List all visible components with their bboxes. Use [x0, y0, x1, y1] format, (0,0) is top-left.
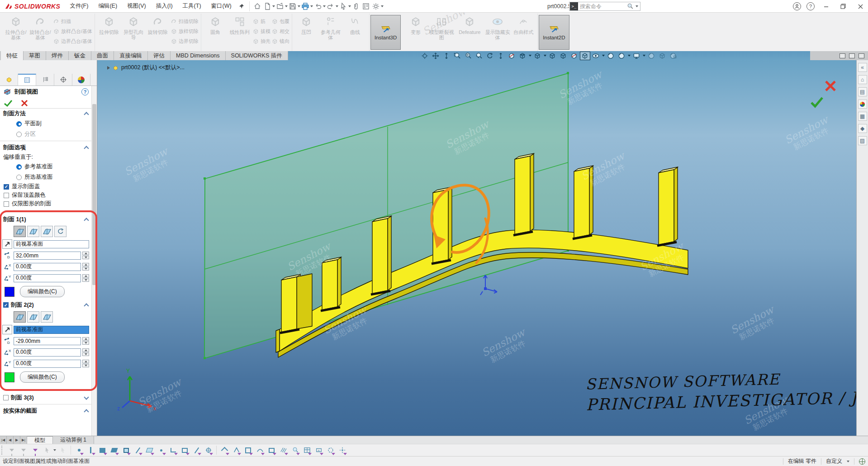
- doc-tile-icon[interactable]: [840, 53, 845, 58]
- search-dropdown-icon[interactable]: [636, 5, 638, 7]
- section1-angle-x-field[interactable]: 0.00度: [14, 263, 81, 271]
- lofted-cut-button[interactable]: 放样切除: [171, 27, 199, 35]
- radio-planar[interactable]: 平面副: [0, 119, 91, 129]
- section1-plane-yz-button[interactable]: [41, 226, 53, 237]
- options-button[interactable]: [371, 1, 381, 11]
- filter-cosmetic-threads-icon[interactable]: [325, 445, 336, 455]
- filter-sketch-points-icon[interactable]: [156, 445, 166, 455]
- view-orientation-icon[interactable]: [517, 52, 528, 60]
- tab-motion-study[interactable]: 运动算例 1: [53, 436, 94, 444]
- display-style-wireframe-icon[interactable]: [532, 52, 543, 60]
- filter-centerpoints-icon[interactable]: [191, 445, 202, 455]
- tab-sheet-metal[interactable]: 钣金: [69, 51, 91, 60]
- filter-axes-icon[interactable]: [133, 445, 143, 455]
- select-cursor-icon[interactable]: [42, 445, 52, 455]
- tab-sketch[interactable]: 草图: [24, 51, 46, 60]
- hole-wizard-button[interactable]: 异型孔向导: [122, 14, 145, 40]
- wrap-button[interactable]: 包覆: [271, 17, 289, 25]
- design-library-icon[interactable]: ▤: [858, 87, 867, 96]
- section2-header[interactable]: ✓剖面 2(2): [0, 300, 91, 310]
- properties-button[interactable]: [361, 1, 371, 11]
- apply-scene-dropdown-icon[interactable]: [628, 55, 631, 57]
- display-style-shaded-icon[interactable]: [580, 52, 590, 60]
- checkbox-graphics-only[interactable]: 仅限图形的剖面: [0, 200, 91, 208]
- draft-button[interactable]: 拔模: [252, 27, 270, 35]
- filter-planes-icon[interactable]: [144, 445, 155, 455]
- tab-scroll-left-button[interactable]: ◀: [7, 436, 14, 444]
- select-cursor-dropdown-icon[interactable]: [53, 449, 56, 451]
- appearances-scenes-icon[interactable]: ◆: [858, 124, 867, 133]
- reference-geometry-button[interactable]: 参考几何体: [319, 14, 342, 40]
- section-options-header[interactable]: 剖面选项: [0, 143, 91, 152]
- help-icon[interactable]: ?: [806, 2, 815, 10]
- filter-notes-icon[interactable]: [243, 445, 253, 455]
- confirmation-cancel-icon[interactable]: [824, 79, 837, 93]
- confirmation-ok-icon[interactable]: [810, 96, 824, 108]
- cancel-button[interactable]: [21, 100, 28, 107]
- section2-angle-x-field[interactable]: 0.00度: [14, 348, 81, 357]
- print-button[interactable]: [300, 1, 310, 11]
- zoom-to-area-icon[interactable]: [452, 52, 463, 60]
- flyout-feature-tree[interactable]: prt0002 (默认) <<默认>...: [107, 64, 185, 71]
- radio-zonal[interactable]: 分区: [0, 129, 91, 139]
- menu-edit[interactable]: 编辑(E): [93, 0, 122, 13]
- user-account-icon[interactable]: [793, 2, 801, 10]
- section1-edit-color-button[interactable]: 编辑颜色(C): [20, 286, 65, 297]
- radio-selected-plane[interactable]: 所选基准面: [0, 172, 91, 182]
- section2-plane-yz-button[interactable]: [41, 311, 53, 323]
- filter-vertices-icon[interactable]: [74, 445, 84, 455]
- freeform-button[interactable]: 自由样式: [512, 14, 535, 35]
- checkbox-keep-cap-color[interactable]: 保留顶盖颜色: [0, 191, 91, 200]
- view-palette-icon[interactable]: ▦: [858, 112, 867, 121]
- apply-scene-icon[interactable]: [617, 52, 627, 60]
- tab-configuration-manager[interactable]: [36, 74, 54, 86]
- section2-plane-xz-button[interactable]: [27, 311, 39, 323]
- new-document-button[interactable]: [262, 1, 272, 11]
- display-style-dropdown-icon[interactable]: [544, 55, 546, 57]
- section2-angle-y-spinner[interactable]: [82, 360, 89, 367]
- show-hide-bodies-button[interactable]: 显示隐藏实体: [484, 14, 511, 40]
- section2-angle-y-field[interactable]: 0.00度: [14, 360, 81, 368]
- intersect-button[interactable]: 相交: [271, 27, 289, 35]
- filter-sketch-segments-icon[interactable]: [168, 445, 178, 455]
- defeature-button[interactable]: Defeature: [455, 14, 484, 35]
- ok-button[interactable]: [4, 99, 13, 107]
- status-customize[interactable]: 自定义: [826, 457, 842, 465]
- close-button[interactable]: [854, 2, 866, 11]
- hide-show-dropdown-icon[interactable]: [602, 55, 605, 57]
- lofted-boss-button[interactable]: 放样凸台/基体: [53, 27, 92, 35]
- filter-blocks-icon[interactable]: [266, 445, 277, 455]
- section-view-icon[interactable]: [507, 52, 517, 60]
- section1-header[interactable]: 剖面 1(1): [0, 214, 91, 224]
- filter-solid-bodies-icon[interactable]: [121, 445, 131, 455]
- filter-datums-icon[interactable]: A: [313, 445, 324, 455]
- view-orientation-dropdown-icon[interactable]: [529, 55, 531, 57]
- radio-reference-plane[interactable]: 参考基准面: [0, 162, 91, 172]
- panel-help-icon[interactable]: ?: [81, 88, 89, 95]
- menu-view[interactable]: 视图(V): [122, 0, 151, 13]
- instant2d-button[interactable]: Instant2D: [539, 15, 569, 50]
- rib-button[interactable]: 筋: [252, 17, 270, 25]
- checkbox-show-section-cap[interactable]: ✓显示剖面盖: [0, 182, 91, 191]
- tab-feature-manager[interactable]: [0, 74, 18, 86]
- shell-button[interactable]: 抽壳: [252, 37, 270, 45]
- indent-button[interactable]: 压凹: [294, 14, 318, 35]
- attachments-button[interactable]: [351, 1, 361, 11]
- filter-routing-points-icon[interactable]: [337, 445, 347, 455]
- tab-solidworks-addins[interactable]: SOLIDWORKS 插件: [226, 51, 288, 60]
- boundary-boss-button[interactable]: 边界凸台/基体: [53, 37, 92, 45]
- tab-scroll-right-button[interactable]: ▶: [14, 436, 20, 444]
- edit-appearance-icon[interactable]: [606, 52, 616, 60]
- filter-dimensions-icon[interactable]: [219, 445, 230, 455]
- minimize-button[interactable]: [820, 2, 832, 11]
- section2-edit-color-button[interactable]: 编辑颜色(C): [20, 371, 65, 383]
- section1-angle-y-spinner[interactable]: [82, 274, 89, 282]
- section1-distance-spinner[interactable]: [82, 252, 89, 259]
- collapse-taskpane-icon[interactable]: «: [858, 63, 867, 72]
- display-style-hidden-lines-icon[interactable]: [547, 52, 558, 60]
- filter-off-icon[interactable]: [6, 445, 17, 455]
- filter-faces-icon[interactable]: [97, 445, 108, 455]
- tab-weldments[interactable]: 焊件: [46, 51, 69, 60]
- home-button[interactable]: [252, 1, 262, 11]
- filter-edges-icon[interactable]: [85, 445, 96, 455]
